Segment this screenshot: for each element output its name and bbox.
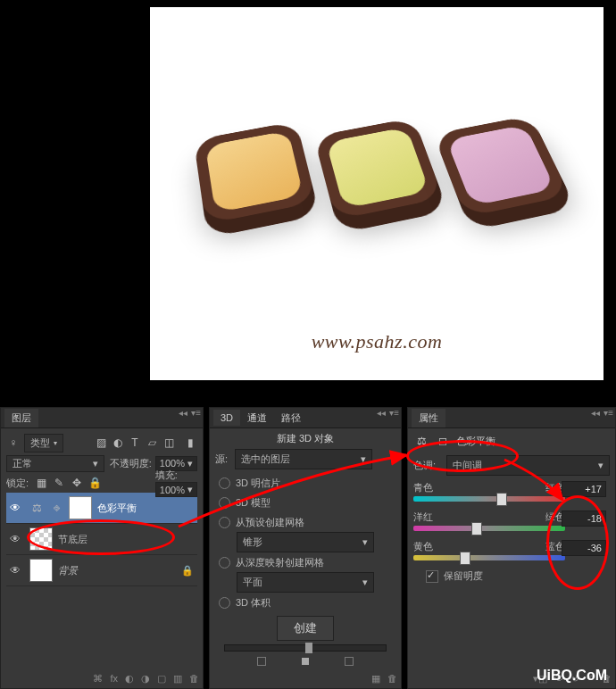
watermark-text: www.psahz.com [312,330,443,353]
yellow-blue-value[interactable]: -36 [562,540,606,556]
canvas: www.psahz.com [150,7,604,380]
preserve-lum-label: 保留明度 [444,569,483,583]
collapse-icon[interactable]: ◂◂ [377,408,386,418]
3d-panel: 3D 通道 路径 ◂◂▾≡ 新建 3D 对象 源: 选中的图层 ▾ 3D 明信片… [209,407,402,689]
mask-thumb[interactable] [69,496,92,519]
depth-type-dropdown[interactable]: 平面▾ [237,572,374,593]
opacity-label: 不透明度: [110,457,152,470]
group-icon[interactable]: ▢ [157,673,166,685]
lock-pos-icon[interactable]: ✥ [70,476,84,490]
magenta-green-slider[interactable] [413,526,565,531]
lock-trans-icon[interactable]: ▦ [34,476,48,490]
layer-row-background[interactable]: 👁 背景 🔒 [6,555,197,586]
filter-type-label: 类型 [30,436,50,450]
cyan-red-value[interactable]: +17 [562,481,606,497]
blend-mode-dropdown[interactable]: 正常 ▾ [6,455,104,472]
lock-icon[interactable]: 🔒 [181,565,194,577]
chevron-down-icon: ▾ [598,460,604,471]
3d-tabrow: 3D 通道 路径 ◂◂▾≡ [210,408,401,428]
adjustment-icon: ⚖ [29,501,44,515]
tone-value: 中间调 [453,459,482,472]
magenta-green-value[interactable]: -18 [562,511,606,527]
radio-mesh-depth[interactable]: 从深度映射创建网格 [215,552,395,572]
filter-toggle-icon[interactable]: ▮ [183,436,197,450]
visibility-icon[interactable]: 👁 [6,533,24,545]
tab-properties[interactable]: 属性 [412,409,445,428]
corner-watermark: UiBQ.CoM [537,668,607,684]
kind-filter-icon[interactable]: ♀ [6,436,21,450]
radio-3d-volume[interactable]: 3D 体积 [215,593,395,612]
layer-thumb[interactable] [29,527,53,551]
tab-channels[interactable]: 通道 [240,409,274,428]
props-tabrow: 属性 ◂◂▾≡ [408,408,615,428]
properties-panel: 属性 ◂◂▾≡ ⚖ ◻ 色彩平衡 色调: 中间调 ▾ 青色 红色 [407,407,616,689]
tab-paths[interactable]: 路径 [274,409,308,428]
lock-image-icon[interactable]: ✎ [52,476,66,490]
visibility-icon[interactable]: 👁 [6,502,24,514]
yellow-label: 黄色 [413,540,433,553]
shape-filter-icon[interactable]: ▱ [145,436,159,450]
type-filter-icon[interactable]: T [128,436,142,450]
adjust-filter-icon[interactable]: ◐ [111,436,125,450]
mask-icon[interactable]: ◐ [125,673,134,685]
fill-input[interactable]: 100%▾ [155,482,197,497]
chevron-down-icon: ▾ [361,453,366,465]
cyan-red-slider[interactable] [413,496,565,502]
source-label: 源: [215,452,228,466]
yellow-blue-slider[interactable] [413,555,565,560]
smart-filter-icon[interactable]: ◫ [162,436,176,450]
panel-menu-icon[interactable]: ▾≡ [191,408,201,418]
adjustment-title: 色彩平衡 [456,435,495,448]
create-3d-button[interactable]: 创建 [277,616,334,641]
filter-type-dropdown[interactable]: 类型 ▾ [24,434,63,452]
chevron-down-icon: ▾ [54,439,57,447]
lock-label: 锁定: [6,477,29,490]
chevron-down-icon: ▾ [362,577,368,588]
tone-dropdown[interactable]: 中间调 ▾ [446,455,610,476]
layer-thumb[interactable] [29,559,53,582]
3d-text [191,96,566,249]
collapse-icon[interactable]: ◂◂ [179,408,187,418]
link-layers-icon[interactable]: ⌘ [93,673,103,685]
source-dropdown[interactable]: 选中的图层 ▾ [235,449,372,469]
radio-3d-postcard[interactable]: 3D 明信片 [215,473,395,493]
tone-label: 色调: [413,459,436,472]
lock-all-icon[interactable]: 🔒 [87,476,102,490]
checkbox-icon [426,570,438,583]
fill-label: 填充: [155,469,178,480]
mask-adj-icon[interactable]: ◻ [435,434,451,448]
preserve-luminosity-checkbox[interactable]: 保留明度 [413,569,610,583]
balance-adj-icon[interactable]: ⚖ [413,434,429,448]
trash-icon[interactable]: 🗑 [189,673,199,685]
quality-dots [215,657,395,666]
tab-layers[interactable]: 图层 [4,409,38,428]
adj-icon[interactable]: ◑ [141,673,150,685]
3d-footer: ▦ 🗑 [371,673,397,685]
source-value: 选中的图层 [241,452,290,466]
render-icon[interactable]: ▦ [371,673,380,685]
layer-name[interactable]: 背景 [58,564,176,577]
magenta-label: 洋红 [413,511,433,524]
panel-menu-icon[interactable]: ▾≡ [604,408,613,418]
tab-3d[interactable]: 3D [213,410,240,426]
radio-mesh-preset[interactable]: 从预设创建网格 [215,512,395,532]
fx-icon[interactable]: fx [110,673,118,685]
preset-shape-dropdown[interactable]: 锥形▾ [237,532,374,552]
visibility-icon[interactable]: 👁 [6,564,24,577]
new-3d-object-title: 新建 3D 对象 [215,432,395,445]
quality-slider[interactable] [224,644,387,652]
new-layer-icon[interactable]: ▥ [173,673,182,685]
layer-name[interactable]: 节底层 [58,533,194,546]
layer-row-color-balance[interactable]: 👁 ⚖ ⎆ 色彩平衡 [6,493,197,524]
link-icon[interactable]: ⎆ [49,501,63,515]
pixel-filter-icon[interactable]: ▨ [94,436,108,450]
radio-3d-model[interactable]: 3D 模型 [215,493,395,512]
blend-mode-value: 正常 [12,457,32,470]
layer-name[interactable]: 色彩平衡 [97,502,194,515]
trash-icon[interactable]: 🗑 [387,673,397,685]
layers-tabrow: 图层 ◂◂▾≡ [1,408,203,428]
panels-row: 图层 ◂◂▾≡ ♀ 类型 ▾ ▨ ◐ T ▱ ◫ ▮ [0,407,616,689]
collapse-icon[interactable]: ◂◂ [591,408,600,418]
panel-menu-icon[interactable]: ▾≡ [389,408,399,418]
layer-row-base[interactable]: 👁 节底层 [6,524,197,555]
